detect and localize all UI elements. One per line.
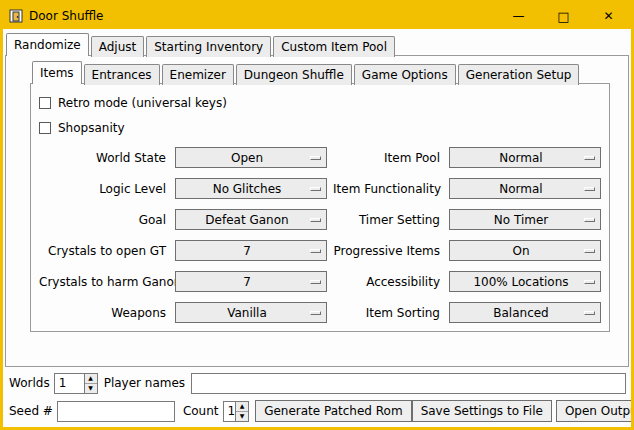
save-settings-button[interactable]: Save Settings to File: [412, 400, 552, 422]
crystals-ganon-label: Crystals to harm Ganon: [39, 275, 175, 289]
bottom-bar: Worlds 1 ▲ ▼ Player names Seed # Count 1…: [3, 367, 631, 427]
options-grid: World State Open Item Pool Normal Logic …: [39, 147, 601, 323]
worlds-spinner[interactable]: 1 ▲ ▼: [54, 373, 98, 394]
shopsanity-row: Shopsanity: [39, 117, 601, 139]
player-names-input[interactable]: [191, 373, 626, 394]
item-sorting-label: Item Sorting: [333, 306, 449, 320]
progressive-items-label: Progressive Items: [333, 244, 449, 258]
progressive-items-dropdown[interactable]: On: [449, 240, 601, 261]
item-sorting-dropdown[interactable]: Balanced: [449, 302, 601, 323]
spin-down-icon[interactable]: ▼: [236, 411, 248, 421]
tab-enemizer[interactable]: Enemizer: [162, 64, 234, 85]
count-spinner[interactable]: 1 ▲ ▼: [223, 401, 250, 422]
world-state-label: World State: [39, 151, 175, 165]
dropdown-indicator-icon: [310, 187, 321, 191]
app-window: Door Shuffle — □ ✕ Randomize Adjust Star…: [0, 0, 634, 430]
world-state-dropdown[interactable]: Open: [175, 147, 327, 168]
window-title: Door Shuffle: [29, 9, 103, 23]
dropdown-indicator-icon: [310, 156, 321, 160]
timer-setting-label: Timer Setting: [333, 213, 449, 227]
tab-generation-setup[interactable]: Generation Setup: [458, 64, 580, 85]
tab-dungeon-shuffle[interactable]: Dungeon Shuffle: [236, 64, 352, 85]
item-functionality-label: Item Functionality: [333, 182, 449, 196]
spin-up-icon[interactable]: ▲: [85, 374, 97, 384]
dropdown-indicator-icon: [584, 249, 595, 253]
tab-randomize[interactable]: Randomize: [6, 33, 89, 56]
item-pool-dropdown[interactable]: Normal: [449, 147, 601, 168]
item-functionality-dropdown[interactable]: Normal: [449, 178, 601, 199]
randomize-panel: Items Entrances Enemizer Dungeon Shuffle…: [5, 55, 629, 367]
dropdown-indicator-icon: [584, 280, 595, 284]
retro-mode-checkbox[interactable]: [39, 97, 51, 109]
seed-input[interactable]: [57, 401, 175, 422]
worlds-row: Worlds 1 ▲ ▼ Player names: [9, 372, 626, 394]
dropdown-indicator-icon: [310, 280, 321, 284]
accessibility-label: Accessibility: [333, 275, 449, 289]
outer-tab-bar: Randomize Adjust Starting Inventory Cust…: [6, 33, 631, 56]
crystals-gt-label: Crystals to open GT: [39, 244, 175, 258]
dropdown-indicator-icon: [584, 156, 595, 160]
item-pool-label: Item Pool: [333, 151, 449, 165]
dropdown-indicator-icon: [310, 311, 321, 315]
generate-patched-rom-button[interactable]: Generate Patched Rom: [255, 400, 411, 422]
shopsanity-checkbox[interactable]: [39, 122, 51, 134]
crystals-ganon-dropdown[interactable]: 7: [175, 271, 327, 292]
tab-entrances[interactable]: Entrances: [84, 64, 160, 85]
minimize-button[interactable]: —: [496, 3, 541, 29]
logic-level-dropdown[interactable]: No Glitches: [175, 178, 327, 199]
crystals-gt-dropdown[interactable]: 7: [175, 240, 327, 261]
tab-game-options[interactable]: Game Options: [354, 64, 456, 85]
count-label: Count: [183, 404, 219, 418]
player-names-label: Player names: [104, 376, 185, 390]
dropdown-indicator-icon: [310, 249, 321, 253]
inner-tab-bar: Items Entrances Enemizer Dungeon Shuffle…: [32, 61, 610, 84]
goal-label: Goal: [39, 213, 175, 227]
dropdown-indicator-icon: [584, 311, 595, 315]
spin-up-icon[interactable]: ▲: [236, 402, 248, 412]
items-panel: Retro mode (universal keys) Shopsanity W…: [30, 83, 610, 332]
tab-items[interactable]: Items: [32, 61, 82, 84]
tab-custom-item-pool[interactable]: Custom Item Pool: [273, 36, 395, 57]
weapons-label: Weapons: [39, 306, 175, 320]
seed-label: Seed #: [9, 404, 53, 418]
weapons-dropdown[interactable]: Vanilla: [175, 302, 327, 323]
retro-mode-row: Retro mode (universal keys): [39, 92, 601, 114]
logic-level-label: Logic Level: [39, 182, 175, 196]
seed-row: Seed # Count 1 ▲ ▼ Generate Patched Rom …: [9, 400, 626, 422]
dropdown-indicator-icon: [310, 218, 321, 222]
retro-mode-label: Retro mode (universal keys): [58, 96, 227, 110]
tab-starting-inventory[interactable]: Starting Inventory: [146, 36, 271, 57]
app-icon: [9, 9, 23, 23]
titlebar[interactable]: Door Shuffle — □ ✕: [3, 3, 631, 29]
spin-down-icon[interactable]: ▼: [85, 383, 97, 393]
maximize-button[interactable]: □: [541, 3, 586, 29]
timer-setting-dropdown[interactable]: No Timer: [449, 209, 601, 230]
dropdown-indicator-icon: [584, 218, 595, 222]
window-controls: — □ ✕: [496, 3, 631, 29]
open-output-button[interactable]: Open Output Directory: [556, 400, 634, 422]
accessibility-dropdown[interactable]: 100% Locations: [449, 271, 601, 292]
tab-adjust[interactable]: Adjust: [91, 36, 145, 57]
goal-dropdown[interactable]: Defeat Ganon: [175, 209, 327, 230]
worlds-label: Worlds: [9, 376, 50, 390]
dropdown-indicator-icon: [584, 187, 595, 191]
close-button[interactable]: ✕: [586, 3, 631, 29]
shopsanity-label: Shopsanity: [58, 121, 125, 135]
